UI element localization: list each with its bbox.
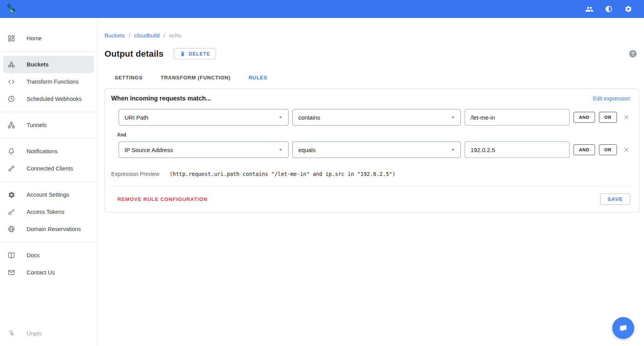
sidebar-unpin-button[interactable]: Unpin [3, 325, 94, 342]
sidebar-item-notifications[interactable]: Notifications [3, 143, 94, 160]
value-input[interactable] [465, 109, 570, 125]
tab-rules[interactable]: RULES [244, 71, 272, 84]
delete-button-label: DELETE [189, 51, 210, 57]
sidebar-item-account-settings[interactable]: Account Settings [3, 186, 94, 203]
rule-row: URI Path contains AND OR [119, 109, 630, 125]
dashboard-icon [7, 34, 16, 43]
expression-preview-code: (http.request.uri.path contains "/let-me… [170, 171, 395, 177]
operator-select-value: equals [298, 147, 449, 153]
sidebar-item-home[interactable]: Home [3, 30, 94, 47]
or-button[interactable]: OR [599, 144, 617, 155]
rules-card-heading: When incoming requests match... [111, 95, 211, 102]
question-mark-icon[interactable]: ? [628, 49, 637, 58]
team-icon[interactable] [584, 4, 594, 14]
card-footer: REMOVE RULE CONFIGURATION SAVE [111, 193, 630, 205]
field-select[interactable]: IP Source Address [119, 142, 289, 158]
sidebar-item-transform-functions[interactable]: Transform Functions [3, 73, 94, 90]
tab-bar: SETTINGS TRANSFORM (FUNCTION) RULES [105, 70, 639, 85]
trash-icon [180, 51, 186, 57]
close-icon[interactable] [622, 113, 630, 121]
card-divider [111, 186, 630, 187]
sidebar-item-access-tokens[interactable]: Access Tokens [3, 203, 94, 221]
topbar [0, 0, 644, 18]
sidebar-divider [0, 51, 97, 52]
sidebar: Home Buckets Transform Functions Schedul… [0, 18, 97, 346]
chevron-down-icon [277, 146, 284, 153]
rules-card: When incoming requests match... Edit exp… [105, 88, 639, 213]
operator-select[interactable]: equals [292, 142, 461, 158]
sidebar-item-label: Contact Us [27, 269, 55, 276]
expression-preview-label: Expression Preview [111, 171, 159, 177]
sidebar-item-label: Tunnels [27, 122, 47, 128]
sidebar-divider [0, 138, 97, 138]
sidebar-item-label: Unpin [27, 330, 41, 337]
sidebar-item-label: Scheduled Webhooks [27, 96, 82, 102]
edit-expression-link[interactable]: Edit expression [593, 95, 630, 102]
sidebar-item-label: Connected Clients [27, 165, 73, 172]
delete-button[interactable]: DELETE [174, 48, 216, 59]
pin-off-icon [7, 329, 16, 338]
sidebar-item-label: Transform Functions [27, 79, 78, 85]
breadcrumb-separator: / [129, 32, 130, 39]
field-select[interactable]: URI Path [119, 109, 289, 125]
breadcrumb: Buckets / cloudbuild / echo [105, 32, 639, 39]
chevron-down-icon [449, 146, 456, 153]
sidebar-item-label: Notifications [27, 148, 58, 154]
rule-row: IP Source Address equals AND OR [119, 142, 630, 158]
sitemap-icon [7, 121, 16, 129]
sidebar-item-label: Home [27, 35, 42, 41]
close-icon[interactable] [622, 146, 630, 154]
breadcrumb-link-cloudbuild[interactable]: cloudbuild [134, 32, 160, 39]
sidebar-divider [0, 112, 97, 112]
breadcrumb-separator: / [164, 32, 165, 39]
sidebar-item-docs[interactable]: Docs [3, 247, 94, 264]
sidebar-divider [0, 181, 97, 182]
satellite-logo-icon[interactable] [5, 3, 18, 15]
book-icon [7, 251, 16, 260]
sidebar-item-label: Access Tokens [27, 209, 64, 215]
chat-bubble-button[interactable] [612, 317, 634, 339]
sidebar-item-label: Domain Reservations [27, 226, 81, 232]
operator-select[interactable]: contains [292, 109, 461, 125]
page-title: Output details [105, 49, 164, 59]
save-button[interactable]: SAVE [600, 194, 630, 205]
webhook-icon [7, 60, 16, 69]
tab-transform-function[interactable]: TRANSFORM (FUNCTION) [156, 71, 235, 84]
field-select-value: IP Source Address [124, 147, 277, 153]
sidebar-item-scheduled-webhooks[interactable]: Scheduled Webhooks [3, 90, 94, 108]
sidebar-divider [0, 242, 97, 242]
topbar-actions [584, 4, 633, 14]
value-input[interactable] [465, 142, 570, 158]
mail-icon [7, 268, 16, 277]
or-button[interactable]: OR [599, 112, 617, 123]
remove-rule-configuration-button[interactable]: REMOVE RULE CONFIGURATION [111, 193, 214, 205]
globe-icon [7, 225, 16, 233]
sidebar-item-connected-clients[interactable]: Connected Clients [3, 160, 94, 177]
sidebar-item-label: Buckets [27, 61, 49, 68]
expression-preview-row: Expression Preview (http.request.uri.pat… [111, 171, 630, 177]
clock-icon [7, 95, 16, 103]
code-icon [7, 77, 16, 86]
sidebar-item-tunnels[interactable]: Tunnels [3, 117, 94, 134]
field-select-value: URI Path [124, 114, 277, 121]
sidebar-item-label: Docs [27, 252, 40, 258]
sidebar-item-buckets[interactable]: Buckets [3, 56, 94, 73]
conjunction-label: And [117, 132, 630, 138]
chat-bubble-icon [618, 323, 628, 333]
chevron-down-icon [277, 114, 284, 121]
key-icon [7, 208, 16, 216]
gear-icon[interactable] [624, 4, 633, 14]
operator-select-value: contains [298, 114, 449, 121]
contrast-icon[interactable] [604, 4, 613, 14]
and-button[interactable]: AND [574, 112, 595, 123]
sidebar-item-contact-us[interactable]: Contact Us [3, 264, 94, 281]
breadcrumb-current: echo [169, 32, 181, 39]
chevron-down-icon [449, 114, 456, 121]
sidebar-item-domain-reservations[interactable]: Domain Reservations [3, 221, 94, 238]
main-content: Buckets / cloudbuild / echo Output detai… [97, 18, 644, 346]
title-row: Output details DELETE ? [105, 48, 639, 59]
svg-text:?: ? [631, 51, 635, 57]
tab-settings[interactable]: SETTINGS [110, 71, 147, 84]
and-button[interactable]: AND [574, 144, 595, 155]
breadcrumb-link-buckets[interactable]: Buckets [105, 32, 125, 39]
